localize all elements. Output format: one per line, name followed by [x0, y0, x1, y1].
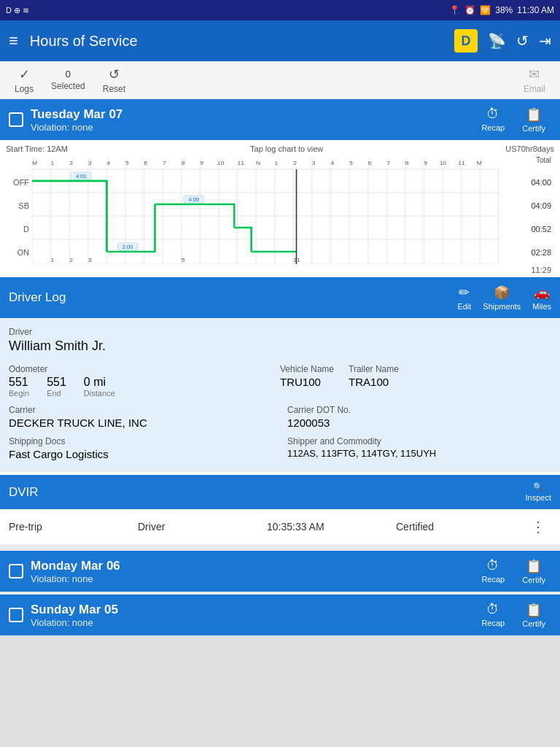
status-bar: D ⊕ ≋ 📍 ⏰ 🛜 38% 11:30 AM	[0, 0, 560, 20]
monday-recap-icon: ⏱	[486, 558, 499, 573]
tuesday-actions: ⏱ Recap 📋 Certify	[475, 105, 551, 134]
svg-text:9: 9	[424, 160, 427, 166]
row-label-sb: SB	[6, 194, 32, 217]
selected-count: 0	[66, 69, 71, 80]
tuesday-certify-button[interactable]: 📋 Certify	[516, 105, 551, 134]
odo-end-label: End	[47, 389, 66, 398]
dvir-trip-type: Pre-trip	[9, 521, 138, 533]
monday-recap-button[interactable]: ⏱ Recap	[475, 557, 510, 586]
driver-status-button[interactable]: D	[454, 29, 478, 53]
shipments-button[interactable]: 📦 Shipments	[483, 285, 521, 311]
email-button[interactable]: ✉ Email	[515, 63, 554, 97]
monday-certify-button[interactable]: 📋 Certify	[516, 557, 551, 586]
svg-text:4:09: 4:09	[189, 196, 200, 203]
odo-begin-value: 551	[9, 376, 29, 389]
hamburger-menu-icon[interactable]: ≡	[9, 31, 18, 50]
svg-text:2: 2	[69, 257, 73, 263]
certify-icon: 📋	[526, 107, 542, 123]
odo-begin-label: Begin	[9, 389, 29, 398]
driver-name: William Smith Jr.	[9, 338, 551, 354]
total-d: 00:52	[514, 217, 554, 241]
tuesday-recap-button[interactable]: ⏱ Recap	[475, 105, 510, 134]
dvir-row: Pre-trip Driver 10:35:33 AM Certified ⋮	[0, 509, 560, 545]
carrier-row: Carrier DECKER TRUCK LINE, INC Carrier D…	[9, 405, 551, 429]
monday-actions: ⏱ Recap 📋 Certify	[475, 557, 551, 586]
status-alarm-icon: ⏰	[464, 5, 475, 15]
dvir-section: DVIR 🔍 Inspect Pre-trip Driver 10:35:33 …	[0, 475, 560, 545]
driver-log-section: Driver Log ✏ Edit 📦 Shipments 🚗 Miles	[0, 277, 560, 472]
edit-button[interactable]: ✏ Edit	[457, 285, 471, 311]
chart-row-labels: OFF SB D ON	[6, 156, 32, 264]
monday-certify-icon: 📋	[526, 558, 542, 574]
svg-text:11: 11	[458, 160, 465, 166]
shipments-label: Shipments	[483, 302, 521, 311]
driver-log-actions: ✏ Edit 📦 Shipments 🚗 Miles	[457, 285, 551, 311]
tuesday-header: Tuesday Mar 07 Violation: none ⏱ Recap 📋…	[0, 99, 560, 140]
sunday-recap-label: Recap	[481, 619, 505, 627]
dvir-driver: Driver	[138, 521, 267, 533]
svg-text:5: 5	[349, 160, 353, 166]
dvir-more-button[interactable]: ⋮	[525, 518, 551, 535]
log-chart-svg[interactable]: M 1 2 3 4 5 6 7 8 9 10 11 N 1 2	[32, 156, 514, 264]
sunday-title: Sunday Mar 05	[31, 603, 118, 617]
total-sb: 04:09	[514, 194, 554, 217]
chart-totals: Total 04:00 04:09 00:52 02:28	[514, 156, 554, 264]
status-time: 11:30 AM	[517, 5, 554, 15]
bottom-time: 11:29	[531, 266, 551, 274]
reset-icon: ↺	[109, 66, 120, 82]
vehicle-col: Vehicle Name TRU100	[280, 364, 334, 388]
selected-button[interactable]: 0 Selected	[42, 66, 94, 94]
svg-text:N: N	[256, 160, 260, 166]
inspect-icon: 🔍	[533, 482, 543, 492]
driver-log-header: Driver Log ✏ Edit 📦 Shipments 🚗 Miles	[0, 277, 560, 318]
vehicle-name: TRU100	[280, 376, 334, 388]
chart-canvas-wrap[interactable]: M 1 2 3 4 5 6 7 8 9 10 11 N 1 2	[32, 156, 514, 264]
svg-text:11: 11	[293, 257, 300, 263]
reset-button[interactable]: ↺ Reset	[94, 63, 134, 97]
inspect-button[interactable]: 🔍 Inspect	[526, 482, 551, 502]
app-title: Hours of Service	[30, 33, 443, 50]
edit-label: Edit	[457, 302, 471, 311]
shipments-icon: 📦	[494, 285, 510, 301]
email-label: Email	[524, 84, 545, 94]
tuesday-checkbox[interactable]	[9, 112, 23, 127]
logs-button[interactable]: ✓ Logs	[6, 63, 42, 97]
sunday-info: Sunday Mar 05 Violation: none	[31, 603, 118, 628]
trailer-name-label: Trailer Name	[349, 364, 399, 374]
header-actions: D 📡 ↺ ⇥	[454, 29, 551, 53]
tap-hint: Tap log chart to view	[250, 144, 323, 153]
miles-button[interactable]: 🚗 Miles	[532, 285, 551, 311]
logout-icon[interactable]: ⇥	[539, 32, 551, 50]
recap-icon: ⏱	[486, 107, 499, 122]
toolbar: ✓ Logs 0 Selected ↺ Reset ✉ Email	[0, 61, 560, 99]
svg-text:8: 8	[405, 160, 409, 166]
trailer-name: TRA100	[349, 376, 399, 388]
tuesday-title: Tuesday Mar 07	[31, 107, 122, 122]
driver-log-title: Driver Log	[9, 290, 66, 305]
svg-text:9: 9	[200, 160, 203, 166]
sunday-checkbox[interactable]	[9, 608, 23, 622]
sunday-certify-button[interactable]: 📋 Certify	[516, 600, 551, 630]
carrier-label: Carrier	[9, 405, 273, 415]
refresh-icon[interactable]: ↺	[516, 32, 529, 50]
monday-checkbox[interactable]	[9, 564, 23, 578]
logs-label: Logs	[15, 84, 34, 94]
status-battery: 38%	[495, 5, 513, 15]
chart-area[interactable]: Start Time: 12AM Tap log chart to view U…	[0, 140, 560, 277]
svg-text:1: 1	[51, 160, 55, 166]
regulation: US70hr8days	[505, 144, 554, 153]
sunday-recap-button[interactable]: ⏱ Recap	[475, 600, 510, 630]
svg-text:10: 10	[217, 160, 225, 166]
monday-info: Monday Mar 06 Violation: none	[31, 559, 120, 584]
certify-label: Certify	[522, 124, 545, 133]
trailer-col: Trailer Name TRA100	[349, 364, 399, 388]
svg-text:6: 6	[144, 160, 148, 166]
svg-text:11: 11	[237, 160, 244, 166]
dvir-status: Certified	[396, 521, 525, 533]
miles-icon: 🚗	[534, 285, 550, 301]
svg-text:7: 7	[163, 160, 166, 166]
svg-text:7: 7	[386, 160, 390, 166]
odo-distance: 0 mi Distance	[84, 376, 115, 398]
shipping-docs-col: Shipping Docs Fast Cargo Logistics	[9, 436, 273, 460]
sunday-actions: ⏱ Recap 📋 Certify	[475, 600, 551, 630]
